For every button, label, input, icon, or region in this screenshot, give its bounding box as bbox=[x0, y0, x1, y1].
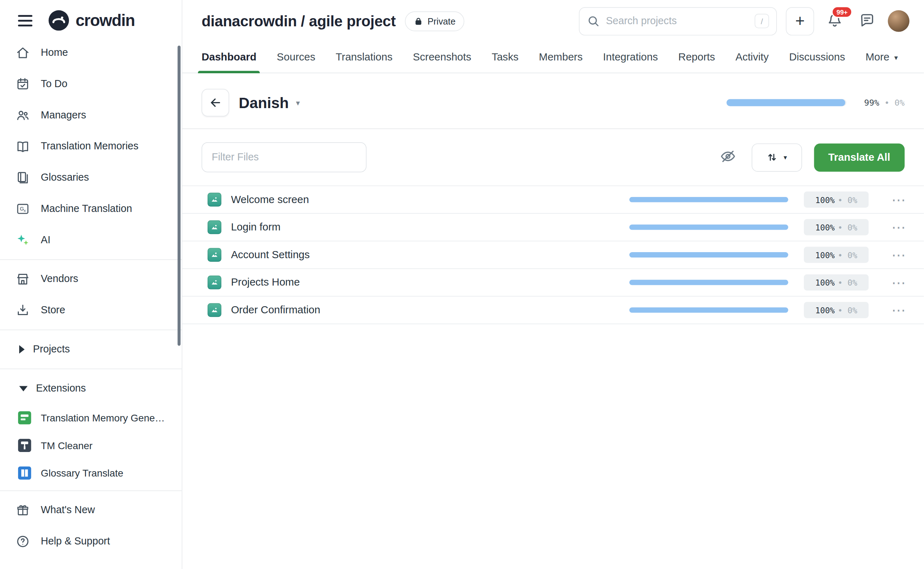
file-progress-fill bbox=[630, 252, 788, 257]
file-name: Order Confirmation bbox=[231, 304, 320, 316]
sidebar-item-help-support[interactable]: Help & Support bbox=[0, 526, 182, 557]
divider bbox=[0, 368, 182, 369]
tab-more[interactable]: More ▾ bbox=[865, 42, 898, 73]
sidebar-item-home[interactable]: Home bbox=[0, 37, 182, 68]
extension-item-glossary-translate[interactable]: Glossary Translate bbox=[0, 459, 182, 487]
tab-label: Members bbox=[539, 51, 583, 63]
file-name: Login form bbox=[231, 221, 281, 233]
tab-tasks[interactable]: Tasks ▾ bbox=[492, 42, 519, 73]
filter-files-input[interactable] bbox=[202, 142, 366, 172]
tab-activity[interactable]: Activity ▾ bbox=[735, 42, 769, 73]
logo-text: crowdin bbox=[76, 11, 135, 29]
tab-label: Translations bbox=[336, 51, 393, 63]
notifications-button[interactable]: 99+ bbox=[823, 9, 847, 33]
file-progress-stats: 100% • 0% bbox=[804, 274, 869, 291]
search-shortcut-hint: / bbox=[755, 14, 769, 29]
file-progress-bar bbox=[630, 197, 788, 202]
extension-item-tm-cleaner[interactable]: TM Cleaner bbox=[0, 432, 182, 459]
eye-off-icon bbox=[720, 148, 736, 164]
toggle-hidden-files-button[interactable] bbox=[716, 145, 740, 170]
private-badge: Private bbox=[405, 11, 464, 31]
translate-all-button[interactable]: Translate All bbox=[814, 143, 905, 171]
hamburger-menu-icon[interactable] bbox=[16, 12, 35, 29]
tab-label: Tasks bbox=[492, 51, 519, 63]
approved-percent: 0% bbox=[848, 250, 857, 260]
file-context-menu-button[interactable]: ⋯ bbox=[890, 192, 908, 207]
file-context-menu-button[interactable]: ⋯ bbox=[890, 275, 908, 290]
file-context-menu-button[interactable]: ⋯ bbox=[890, 220, 908, 235]
file-row-projects-home[interactable]: Projects Home 100% • 0% ⋯ bbox=[182, 269, 924, 297]
tab-screenshots[interactable]: Screenshots ▾ bbox=[413, 42, 471, 73]
sidebar-group-extensions[interactable]: Extensions bbox=[0, 373, 182, 404]
files-toolbar: ▾ Translate All bbox=[182, 129, 924, 186]
file-row-welcome-screen[interactable]: Welcome screen 100% • 0% ⋯ bbox=[182, 186, 924, 214]
machine-translation-icon: Gx bbox=[16, 202, 30, 216]
extension-item-translation-memory-gene[interactable]: Translation Memory Gene… bbox=[0, 404, 182, 432]
tab-dashboard[interactable]: Dashboard ▾ bbox=[202, 42, 256, 73]
back-button[interactable] bbox=[202, 89, 229, 117]
language-selector[interactable]: Danish ▾ bbox=[239, 94, 300, 111]
search-icon bbox=[587, 15, 600, 28]
sidebar-menu: Home To Do Managers Translation Memories… bbox=[0, 37, 182, 256]
file-name: Projects Home bbox=[231, 276, 300, 288]
create-project-button[interactable]: + bbox=[786, 7, 814, 35]
chat-icon bbox=[859, 12, 875, 28]
translated-percent: 100% bbox=[815, 222, 835, 232]
tab-translations[interactable]: Translations ▾ bbox=[336, 42, 393, 73]
screenshot-file-icon bbox=[208, 303, 222, 317]
book-open-icon bbox=[16, 139, 30, 154]
sidebar-item-store[interactable]: Store bbox=[0, 295, 182, 326]
tab-discussions[interactable]: Discussions ▾ bbox=[789, 42, 845, 73]
sidebar-item-translation-memories[interactable]: Translation Memories bbox=[0, 131, 182, 162]
file-list: Welcome screen 100% • 0% ⋯ bbox=[182, 186, 924, 324]
sidebar-item-what-s-new[interactable]: What's New bbox=[0, 494, 182, 526]
tab-members[interactable]: Members ▾ bbox=[539, 42, 583, 73]
screenshot-file-icon bbox=[208, 248, 222, 262]
sidebar-item-managers[interactable]: Managers bbox=[0, 100, 182, 131]
sidebar-item-label: Vendors bbox=[41, 273, 78, 285]
tab-integrations[interactable]: Integrations ▾ bbox=[603, 42, 658, 73]
messages-button[interactable] bbox=[856, 9, 879, 33]
sidebar-item-label: Translation Memories bbox=[41, 140, 139, 152]
main-header: dianacrowdin / agile project Private / + bbox=[182, 0, 924, 42]
project-title: dianacrowdin / agile project bbox=[202, 12, 396, 30]
file-row-login-form[interactable]: Login form 100% • 0% ⋯ bbox=[182, 214, 924, 242]
file-context-menu-button[interactable]: ⋯ bbox=[890, 248, 908, 262]
sidebar-item-ai[interactable]: AI bbox=[0, 224, 182, 256]
sidebar-item-glossaries[interactable]: Glossaries bbox=[0, 162, 182, 193]
tab-label: Sources bbox=[277, 51, 315, 63]
chevron-down-icon: ▾ bbox=[296, 98, 300, 107]
extensions-list: Translation Memory Gene… TM Cleaner Glos… bbox=[0, 404, 182, 487]
sparkles-icon bbox=[16, 233, 30, 248]
sidebar-footer-menu: What's New Help & Support bbox=[0, 494, 182, 557]
sidebar-item-label: AI bbox=[41, 234, 50, 246]
tab-sources[interactable]: Sources ▾ bbox=[277, 42, 315, 73]
sidebar-item-to-do[interactable]: To Do bbox=[0, 68, 182, 100]
crowdin-logo[interactable]: crowdin bbox=[48, 10, 135, 31]
language-name: Danish bbox=[239, 94, 289, 111]
file-progress-fill bbox=[630, 224, 788, 230]
sidebar-item-vendors[interactable]: Vendors bbox=[0, 263, 182, 295]
sort-arrows-icon bbox=[766, 151, 778, 163]
sidebar-item-machine-translation[interactable]: Gx Machine Translation bbox=[0, 193, 182, 225]
tab-label: Discussions bbox=[789, 51, 845, 63]
file-progress-stats: 100% • 0% bbox=[804, 302, 869, 318]
approved-percent: 0% bbox=[848, 222, 857, 232]
sidebar-item-label: Home bbox=[41, 47, 68, 59]
file-row-order-confirmation[interactable]: Order Confirmation 100% • 0% ⋯ bbox=[182, 297, 924, 324]
search-input[interactable] bbox=[606, 15, 749, 27]
tab-label: Activity bbox=[735, 51, 769, 63]
chevron-right-icon bbox=[19, 345, 24, 354]
sidebar-scrollbar[interactable] bbox=[178, 46, 181, 346]
file-row-account-settings[interactable]: Account Settings 100% • 0% ⋯ bbox=[182, 242, 924, 269]
sort-files-button[interactable]: ▾ bbox=[751, 143, 802, 171]
user-avatar[interactable] bbox=[888, 10, 909, 32]
notifications-badge: 99+ bbox=[831, 6, 853, 18]
language-progress-fill bbox=[726, 99, 845, 106]
crowdin-logo-icon bbox=[48, 10, 70, 31]
plus-icon: + bbox=[795, 12, 805, 30]
file-context-menu-button[interactable]: ⋯ bbox=[890, 303, 908, 318]
sidebar-group-projects[interactable]: Projects bbox=[0, 334, 182, 365]
extension-item-label: Glossary Translate bbox=[41, 467, 123, 479]
tab-reports[interactable]: Reports ▾ bbox=[678, 42, 715, 73]
